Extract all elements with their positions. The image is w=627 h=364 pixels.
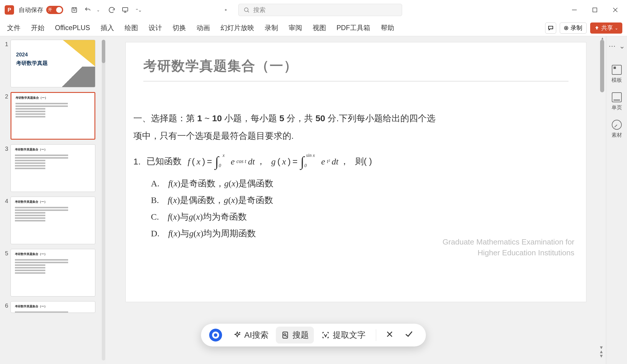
slide-thumbnail-6[interactable]: 考研数学真题集合（一） [11,301,95,313]
thumb-decoration [63,40,95,66]
tab-insert[interactable]: 插入 [99,22,115,34]
svg-rect-8 [283,332,288,338]
tab-record[interactable]: 录制 [263,22,279,34]
slide-nav-icon[interactable]: ▼▲▼ [599,346,604,358]
slide-canvas[interactable]: 考研数学真题集合（一） 一、选择题：第 1 ~ 10 小题，每小题 5 分，共 … [106,36,606,364]
share-dropdown-icon: ⌄ [615,26,618,30]
title-center: 搜索 [225,4,402,16]
autosave-toggle[interactable]: 开 [46,6,63,14]
close-button[interactable] [609,4,621,16]
panel-label: 素材 [612,131,622,138]
slide-thumbnail-2[interactable]: 考研数学真题集合（一） [11,92,95,140]
ocr-icon [322,331,330,339]
record-button[interactable]: 录制 [560,22,587,34]
thumbnails-panel: 1 2024 考研数学真题 2 考研数学真题集合（一） [0,36,106,364]
thumb-content-title: 考研数学真题集合（一） [15,96,90,100]
save-icon[interactable] [69,5,80,15]
document-search-icon [281,331,290,339]
panel-label: 单页 [612,104,622,111]
tab-draw[interactable]: 绘图 [123,22,139,34]
undo-icon[interactable] [82,5,93,15]
section-header: 一、选择题：第 1 ~ 10 小题，每小题 5 分，共 50 分.下列每小题给出… [133,110,443,145]
thumb-content-title: 考研数学真题集合（一） [15,148,91,152]
thumb-number: 4 [2,197,8,244]
floating-toolbar: AI搜索 搜题 提取文字 [201,324,426,346]
search-box[interactable]: 搜索 [238,4,402,16]
tab-transitions[interactable]: 切换 [171,22,187,34]
svg-rect-0 [72,8,77,12]
selection-region: 一、选择题：第 1 ~ 10 小题，每小题 5 分，共 50 分.下列每小题给出… [128,101,449,270]
svg-rect-4 [593,8,597,12]
option-a: A. f(x)是奇函数，g(x)是偶函数 [151,178,443,190]
panel-templates[interactable]: 模板 [612,65,622,84]
thumb-number: 1 [2,40,8,87]
tab-officeplus[interactable]: OfficePLUS [54,22,91,34]
panel-assets[interactable]: 素材 [612,120,622,138]
tab-help[interactable]: 帮助 [380,22,395,34]
minimize-button[interactable] [569,4,580,16]
toolbar-confirm-button[interactable] [400,327,418,343]
maximize-button[interactable] [589,4,601,16]
ft-logo-icon[interactable] [209,329,222,342]
tab-design[interactable]: 设计 [147,22,163,34]
share-icon [594,25,600,31]
toolbar-close-button[interactable] [382,327,398,343]
panel-more-icon[interactable]: ⋯ [609,42,616,50]
slide-thumbnail-3[interactable]: 考研数学真题集合（一） [11,144,95,192]
slide-title: 考研数学真题集合（一） [143,57,569,82]
svg-point-2 [244,8,248,12]
search-question-button[interactable]: 搜题 [276,327,314,344]
panel-collapse-icon[interactable]: ⌄ [619,42,625,50]
options-list: A. f(x)是奇函数，g(x)是偶函数 B. f(x)是偶函数，g(x)是奇函… [133,178,443,240]
slide-thumbnail-4[interactable]: 考研数学真题集合（一） [11,197,95,244]
slide-thumbnail-1[interactable]: 2024 考研数学真题 [11,40,95,87]
thumb-content-title: 考研数学真题集合（一） [15,252,91,256]
record-dot-icon [564,26,568,30]
ribbon-right: 录制 共享 ⌄ [545,22,622,34]
svg-point-9 [284,334,286,336]
ribbon-tabs: 文件 开始 OfficePLUS 插入 绘图 设计 切换 动画 幻灯片放映 录制… [0,20,627,36]
asset-icon [612,120,622,130]
redo-icon[interactable] [106,5,117,15]
search-icon [243,7,250,13]
record-label: 录制 [571,24,582,32]
panel-single[interactable]: 单页 [612,92,622,111]
tab-pdf[interactable]: PDF工具箱 [335,22,371,34]
canvas-scrollbar-handle[interactable] [600,40,604,92]
comments-button[interactable] [545,22,556,34]
right-panel: ⋯ ⌄ 模板 单页 素材 [606,36,627,364]
svg-point-7 [239,332,240,333]
extract-text-button[interactable]: 提取文字 [316,327,371,344]
slide[interactable]: 考研数学真题集合（一） 一、选择题：第 1 ~ 10 小题，每小题 5 分，共 … [125,42,586,302]
tab-slideshow[interactable]: 幻灯片放映 [219,22,255,34]
thumb-decoration [60,67,95,87]
share-button[interactable]: 共享 ⌄ [590,22,622,34]
question-stem: 1. 已知函数 f(x) = ∫x0 ecos tdt ， g(x) = ∫si… [133,153,443,169]
option-b: B. f(x)是偶函数，g(x)是奇函数 [151,194,443,206]
ai-search-button[interactable]: AI搜索 [228,327,273,344]
autosave-state: 开 [48,7,52,13]
titlebar: P 自动保存 开 ⌄ ⁼⌄ 搜索 [0,0,627,20]
search-placeholder: 搜索 [253,6,266,14]
tab-view[interactable]: 视图 [311,22,327,34]
qat-overflow-icon[interactable]: ⁼⌄ [133,5,144,15]
thumbnails-scrollbar-handle[interactable] [102,40,105,63]
tab-review[interactable]: 审阅 [287,22,303,34]
toolbar-divider [376,329,376,341]
tab-home[interactable]: 开始 [30,22,46,34]
thumb-number: 5 [2,249,8,297]
autosave-label: 自动保存 [19,6,43,14]
window-controls [569,4,621,16]
panel-label: 模板 [612,77,622,84]
undo-dropdown-icon[interactable]: ⌄ [93,5,104,15]
tab-animations[interactable]: 动画 [195,22,211,34]
option-d: D. f(x)与g(x)均为周期函数 [151,228,443,240]
extract-text-label: 提取文字 [333,330,366,341]
tab-file[interactable]: 文件 [6,22,22,34]
present-icon[interactable] [120,5,130,15]
svg-rect-1 [123,8,128,11]
scroll-up-icon[interactable]: ▲ [601,36,604,40]
slide-thumbnail-5[interactable]: 考研数学真题集合（一） [11,249,95,297]
close-icon [386,330,394,338]
thumbnails-scrollbar-track [102,40,105,360]
